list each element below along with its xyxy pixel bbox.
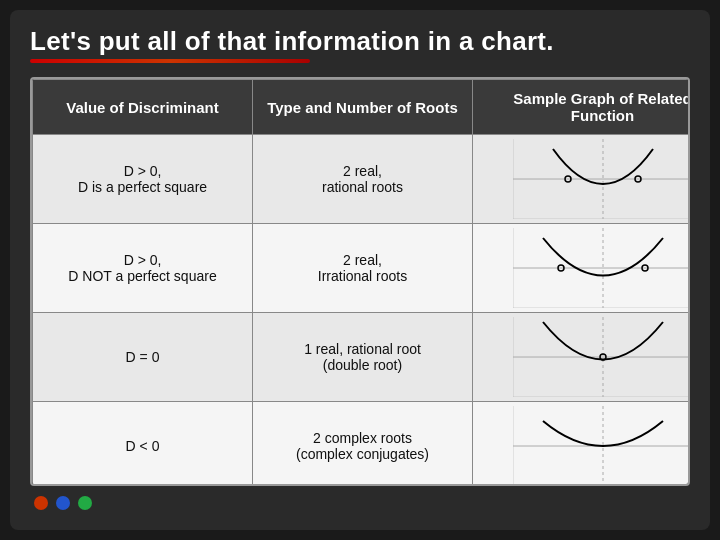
graph-svg-2 bbox=[513, 228, 691, 308]
graph-cell bbox=[473, 402, 691, 487]
graph-cell bbox=[473, 224, 691, 313]
slide-title: Let's put all of that information in a c… bbox=[30, 26, 554, 57]
table-row: D = 0 1 real, rational root(double root) bbox=[33, 313, 691, 402]
dot-1[interactable] bbox=[34, 496, 48, 510]
discriminant-table: Value of Discriminant Type and Number of… bbox=[32, 79, 690, 486]
roots-description: 2 real,rational roots bbox=[253, 135, 473, 224]
main-table-wrapper: Value of Discriminant Type and Number of… bbox=[30, 77, 690, 486]
discriminant-value: D = 0 bbox=[33, 313, 253, 402]
roots-description: 2 real,Irrational roots bbox=[253, 224, 473, 313]
table-row: D < 0 2 complex roots(complex conjugates… bbox=[33, 402, 691, 487]
graph-svg-4 bbox=[513, 406, 691, 486]
graph-svg-1 bbox=[513, 139, 691, 219]
navigation-dots bbox=[30, 496, 690, 510]
discriminant-value: D < 0 bbox=[33, 402, 253, 487]
graph-cell bbox=[473, 135, 691, 224]
table-header-row: Value of Discriminant Type and Number of… bbox=[33, 80, 691, 135]
header-graph: Sample Graph of Related Function bbox=[473, 80, 691, 135]
graph-cell bbox=[473, 313, 691, 402]
roots-description: 1 real, rational root(double root) bbox=[253, 313, 473, 402]
dot-3[interactable] bbox=[78, 496, 92, 510]
table-row: D > 0,D NOT a perfect square 2 real,Irra… bbox=[33, 224, 691, 313]
header-roots: Type and Number of Roots bbox=[253, 80, 473, 135]
title-underline bbox=[30, 59, 310, 63]
graph-svg-3 bbox=[513, 317, 691, 397]
header-discriminant: Value of Discriminant bbox=[33, 80, 253, 135]
table-row: D > 0,D is a perfect square 2 real,ratio… bbox=[33, 135, 691, 224]
discriminant-value: D > 0,D NOT a perfect square bbox=[33, 224, 253, 313]
slide-container: Let's put all of that information in a c… bbox=[10, 10, 710, 530]
dot-2[interactable] bbox=[56, 496, 70, 510]
title-section: Let's put all of that information in a c… bbox=[30, 26, 690, 77]
discriminant-value: D > 0,D is a perfect square bbox=[33, 135, 253, 224]
roots-description: 2 complex roots(complex conjugates) bbox=[253, 402, 473, 487]
